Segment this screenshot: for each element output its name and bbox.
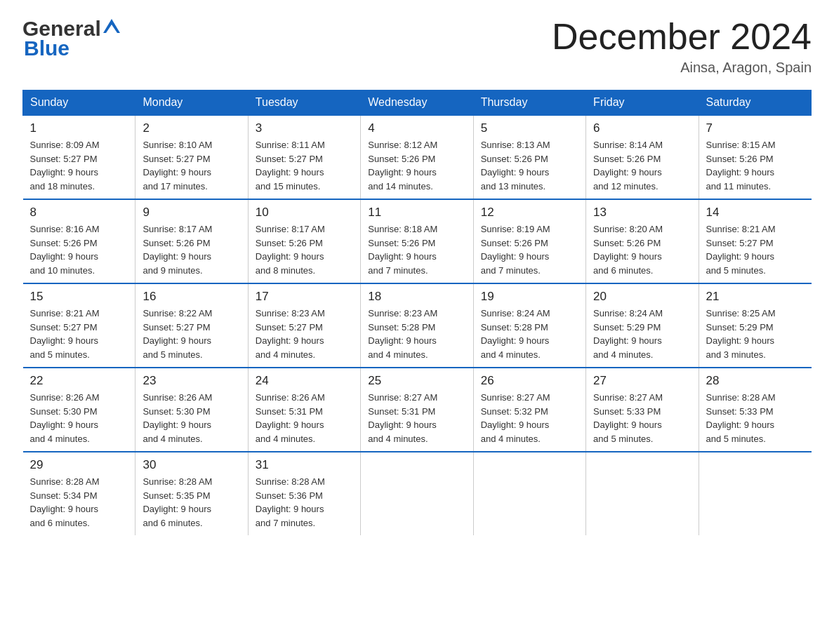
day-info: Sunrise: 8:09 AMSunset: 5:27 PMDaylight:… — [30, 138, 128, 193]
calendar-cell: 3Sunrise: 8:11 AMSunset: 5:27 PMDaylight… — [248, 115, 360, 199]
day-info: Sunrise: 8:24 AMSunset: 5:28 PMDaylight:… — [481, 307, 578, 361]
calendar-cell: 18Sunrise: 8:23 AMSunset: 5:28 PMDayligh… — [361, 283, 473, 368]
day-info: Sunrise: 8:24 AMSunset: 5:29 PMDaylight:… — [593, 307, 691, 361]
day-number: 27 — [593, 374, 691, 388]
day-number: 13 — [593, 206, 691, 220]
calendar-cell: 28Sunrise: 8:28 AMSunset: 5:33 PMDayligh… — [699, 368, 811, 452]
week-row-5: 29Sunrise: 8:28 AMSunset: 5:34 PMDayligh… — [23, 452, 812, 535]
calendar-cell: 31Sunrise: 8:28 AMSunset: 5:36 PMDayligh… — [248, 452, 360, 535]
calendar-cell: 6Sunrise: 8:14 AMSunset: 5:26 PMDaylight… — [586, 115, 699, 199]
day-number: 30 — [143, 458, 240, 472]
day-number: 28 — [706, 374, 805, 388]
calendar-cell: 12Sunrise: 8:19 AMSunset: 5:26 PMDayligh… — [473, 199, 585, 283]
calendar-cell: 10Sunrise: 8:17 AMSunset: 5:26 PMDayligh… — [248, 199, 360, 283]
day-number: 19 — [481, 290, 578, 304]
title-area: December 2024 Ainsa, Aragon, Spain — [552, 17, 812, 76]
day-info: Sunrise: 8:27 AMSunset: 5:33 PMDaylight:… — [593, 391, 691, 445]
day-number: 1 — [30, 121, 128, 135]
day-info: Sunrise: 8:17 AMSunset: 5:26 PMDaylight:… — [256, 222, 353, 277]
calendar-cell: 13Sunrise: 8:20 AMSunset: 5:26 PMDayligh… — [586, 199, 699, 283]
day-number: 6 — [593, 121, 691, 135]
day-info: Sunrise: 8:12 AMSunset: 5:26 PMDaylight:… — [368, 138, 465, 193]
day-info: Sunrise: 8:21 AMSunset: 5:27 PMDaylight:… — [706, 222, 805, 277]
col-header-friday: Friday — [586, 90, 699, 116]
day-number: 8 — [30, 206, 128, 220]
day-number: 31 — [256, 458, 353, 472]
day-number: 22 — [30, 374, 128, 388]
calendar-cell: 19Sunrise: 8:24 AMSunset: 5:28 PMDayligh… — [473, 283, 585, 368]
calendar-cell: 2Sunrise: 8:10 AMSunset: 5:27 PMDaylight… — [135, 115, 248, 199]
calendar-cell: 24Sunrise: 8:26 AMSunset: 5:31 PMDayligh… — [248, 368, 360, 452]
day-info: Sunrise: 8:26 AMSunset: 5:30 PMDaylight:… — [30, 391, 128, 445]
calendar-cell: 15Sunrise: 8:21 AMSunset: 5:27 PMDayligh… — [23, 283, 135, 368]
day-number: 26 — [481, 374, 578, 388]
day-number: 16 — [143, 290, 240, 304]
day-number: 14 — [706, 206, 805, 220]
calendar-cell: 8Sunrise: 8:16 AMSunset: 5:26 PMDaylight… — [23, 199, 135, 283]
calendar-cell: 21Sunrise: 8:25 AMSunset: 5:29 PMDayligh… — [699, 283, 811, 368]
day-info: Sunrise: 8:19 AMSunset: 5:26 PMDaylight:… — [481, 222, 578, 277]
page-header: General Blue December 2024 Ainsa, Aragon… — [22, 17, 812, 76]
calendar-cell: 1Sunrise: 8:09 AMSunset: 5:27 PMDaylight… — [23, 115, 135, 199]
calendar-cell: 4Sunrise: 8:12 AMSunset: 5:26 PMDaylight… — [361, 115, 473, 199]
header-row: SundayMondayTuesdayWednesdayThursdayFrid… — [23, 90, 812, 116]
day-info: Sunrise: 8:16 AMSunset: 5:26 PMDaylight:… — [30, 222, 128, 277]
day-number: 15 — [30, 290, 128, 304]
day-info: Sunrise: 8:28 AMSunset: 5:35 PMDaylight:… — [143, 475, 240, 530]
day-number: 23 — [143, 374, 240, 388]
calendar-cell: 26Sunrise: 8:27 AMSunset: 5:32 PMDayligh… — [473, 368, 585, 452]
col-header-sunday: Sunday — [23, 90, 135, 116]
calendar-cell — [361, 452, 473, 535]
calendar-table: SundayMondayTuesdayWednesdayThursdayFrid… — [22, 90, 812, 535]
logo: General Blue — [22, 17, 121, 60]
day-number: 25 — [368, 374, 465, 388]
calendar-cell — [473, 452, 585, 535]
day-number: 20 — [593, 290, 691, 304]
calendar-cell: 11Sunrise: 8:18 AMSunset: 5:26 PMDayligh… — [361, 199, 473, 283]
day-number: 18 — [368, 290, 465, 304]
calendar-cell: 5Sunrise: 8:13 AMSunset: 5:26 PMDaylight… — [473, 115, 585, 199]
calendar-cell — [699, 452, 811, 535]
day-info: Sunrise: 8:15 AMSunset: 5:26 PMDaylight:… — [706, 138, 805, 193]
calendar-cell: 25Sunrise: 8:27 AMSunset: 5:31 PMDayligh… — [361, 368, 473, 452]
calendar-cell: 22Sunrise: 8:26 AMSunset: 5:30 PMDayligh… — [23, 368, 135, 452]
col-header-tuesday: Tuesday — [248, 90, 360, 116]
col-header-thursday: Thursday — [473, 90, 585, 116]
day-number: 7 — [706, 121, 805, 135]
calendar-cell: 14Sunrise: 8:21 AMSunset: 5:27 PMDayligh… — [699, 199, 811, 283]
day-info: Sunrise: 8:18 AMSunset: 5:26 PMDaylight:… — [368, 222, 465, 277]
day-number: 2 — [143, 121, 240, 135]
day-info: Sunrise: 8:27 AMSunset: 5:32 PMDaylight:… — [481, 391, 578, 445]
day-number: 17 — [256, 290, 353, 304]
day-number: 10 — [256, 206, 353, 220]
day-info: Sunrise: 8:28 AMSunset: 5:34 PMDaylight:… — [30, 475, 128, 530]
day-number: 11 — [368, 206, 465, 220]
day-info: Sunrise: 8:26 AMSunset: 5:31 PMDaylight:… — [256, 391, 353, 445]
day-number: 24 — [256, 374, 353, 388]
calendar-cell: 29Sunrise: 8:28 AMSunset: 5:34 PMDayligh… — [23, 452, 135, 535]
day-info: Sunrise: 8:11 AMSunset: 5:27 PMDaylight:… — [256, 138, 353, 193]
calendar-cell: 9Sunrise: 8:17 AMSunset: 5:26 PMDaylight… — [135, 199, 248, 283]
calendar-cell: 23Sunrise: 8:26 AMSunset: 5:30 PMDayligh… — [135, 368, 248, 452]
day-info: Sunrise: 8:23 AMSunset: 5:27 PMDaylight:… — [256, 307, 353, 361]
day-info: Sunrise: 8:21 AMSunset: 5:27 PMDaylight:… — [30, 307, 128, 361]
calendar-cell: 20Sunrise: 8:24 AMSunset: 5:29 PMDayligh… — [586, 283, 699, 368]
calendar-cell: 7Sunrise: 8:15 AMSunset: 5:26 PMDaylight… — [699, 115, 811, 199]
location-subtitle: Ainsa, Aragon, Spain — [552, 60, 812, 76]
day-number: 21 — [706, 290, 805, 304]
day-number: 12 — [481, 206, 578, 220]
calendar-cell — [586, 452, 699, 535]
day-number: 3 — [256, 121, 353, 135]
day-info: Sunrise: 8:14 AMSunset: 5:26 PMDaylight:… — [593, 138, 691, 193]
day-info: Sunrise: 8:28 AMSunset: 5:33 PMDaylight:… — [706, 391, 805, 445]
col-header-saturday: Saturday — [699, 90, 811, 116]
calendar-cell: 27Sunrise: 8:27 AMSunset: 5:33 PMDayligh… — [586, 368, 699, 452]
day-info: Sunrise: 8:25 AMSunset: 5:29 PMDaylight:… — [706, 307, 805, 361]
day-info: Sunrise: 8:27 AMSunset: 5:31 PMDaylight:… — [368, 391, 465, 445]
day-info: Sunrise: 8:28 AMSunset: 5:36 PMDaylight:… — [256, 475, 353, 530]
day-number: 5 — [481, 121, 578, 135]
day-info: Sunrise: 8:20 AMSunset: 5:26 PMDaylight:… — [593, 222, 691, 277]
week-row-2: 8Sunrise: 8:16 AMSunset: 5:26 PMDaylight… — [23, 199, 812, 283]
calendar-cell: 30Sunrise: 8:28 AMSunset: 5:35 PMDayligh… — [135, 452, 248, 535]
week-row-4: 22Sunrise: 8:26 AMSunset: 5:30 PMDayligh… — [23, 368, 812, 452]
